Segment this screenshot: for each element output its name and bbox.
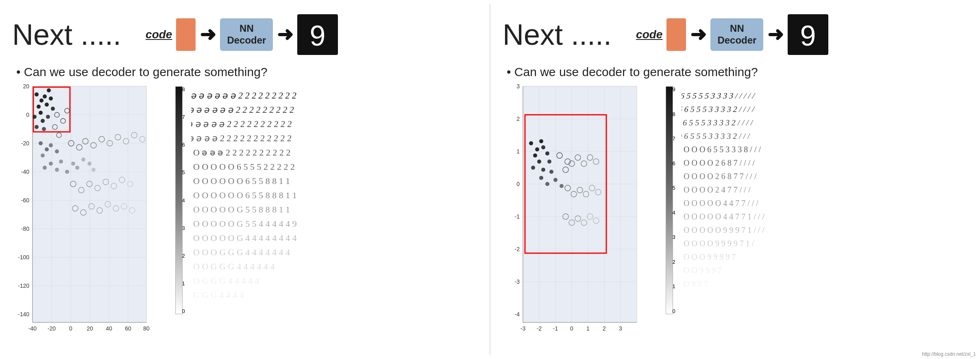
svg-text:6 5 5 5 5 3 3 3 3 / / / / /: 6 5 5 5 5 3 3 3 3 / / / / / <box>682 91 756 100</box>
left-grid-svg: ə ə ə ə ə ə 2 2 2 2 2 2 2 2 2 ə ə ə ə ə … <box>191 84 476 345</box>
svg-text:O O O O O G 4 4 4 4 4 4 4 4: O O O O O G 4 4 4 4 4 4 4 4 <box>193 233 297 243</box>
svg-text:9: 9 <box>800 20 816 52</box>
svg-point-19 <box>43 94 47 99</box>
svg-text:80: 80 <box>143 325 150 332</box>
watermark: http://blog.csdn.net/zxl_1 <box>922 351 976 357</box>
right-scatter-svg: 3 2 1 0 -1 -2 -3 -4 -3 -2 -1 0 1 2 3 <box>503 82 649 347</box>
svg-text:O O O O O G 5 5 4 4 4 4 4 9: O O O O O G 5 5 4 4 4 4 4 9 <box>193 219 297 229</box>
svg-point-39 <box>41 153 45 158</box>
svg-point-24 <box>51 107 55 111</box>
svg-text:-80: -80 <box>21 225 29 232</box>
svg-text:2: 2 <box>603 325 606 332</box>
left-scatter-svg: 20 0 -20 -40 -60 -80 -100 -120 -140 -40 … <box>12 82 159 347</box>
svg-point-18 <box>37 105 41 109</box>
right-code-label: code <box>636 28 662 41</box>
svg-text:O O O O 2 6 8 7 7 / / /: O O O O 2 6 8 7 7 / / / <box>684 172 757 181</box>
svg-text:-100: -100 <box>18 254 29 260</box>
svg-point-127 <box>539 139 543 143</box>
left-colorbar-labels: 876543210 <box>182 86 185 314</box>
svg-text:3: 3 <box>516 83 520 90</box>
svg-text:O 6 5 5 5 3 3 3 3 2 / / /: O 6 5 5 5 3 3 3 3 2 / / / <box>682 131 751 140</box>
svg-point-128 <box>533 153 537 158</box>
right-content: 3 2 1 0 -1 -2 -3 -4 -3 -2 -1 0 1 2 3 <box>503 82 968 355</box>
svg-text:O O O O O O 6 5 5 8 8 1 1: O O O O O O 6 5 5 8 8 1 1 <box>193 176 290 186</box>
left-title: Next ..... <box>12 18 121 51</box>
svg-text:0: 0 <box>69 325 72 332</box>
svg-text:20: 20 <box>87 325 93 332</box>
left-panel: Next ..... code ➜ NNDecoder ➜ 9 • Can we… <box>0 0 490 359</box>
svg-point-35 <box>39 141 43 145</box>
svg-point-22 <box>47 88 51 92</box>
svg-text:ə ə ə ə ə ə 2 2 2 2 2 2 2 2 2: ə ə ə ə ə ə 2 2 2 2 2 2 2 2 2 <box>191 105 295 115</box>
left-output-image: 9 <box>297 14 338 55</box>
right-colorbar: 9876543210 <box>661 82 677 355</box>
svg-text:O 9 9 7: O 9 9 7 <box>684 279 708 288</box>
svg-text:-60: -60 <box>21 197 29 204</box>
left-nn-decoder: NNDecoder <box>220 18 273 51</box>
svg-point-133 <box>541 168 545 172</box>
svg-point-47 <box>81 158 85 162</box>
svg-text:ə ə ə ə ə ə 2 2 2 2 2 2 2 2 2: ə ə ə ə ə ə 2 2 2 2 2 2 2 2 2 <box>191 90 298 101</box>
left-colorbar-gradient <box>175 86 183 314</box>
svg-text:1: 1 <box>586 325 590 332</box>
svg-text:0: 0 <box>26 112 29 118</box>
svg-text:20: 20 <box>23 83 29 90</box>
svg-text:O ə ə ə 2 2 2 2 2 2 2 2 2 2: O ə ə ə 2 2 2 2 2 2 2 2 2 2 <box>193 147 290 158</box>
right-header: Next ..... code ➜ NNDecoder ➜ 9 <box>503 8 968 61</box>
svg-text:O O O O O 6 5 5 5 2 2 2 2 2: O O O O O 6 5 5 5 2 2 2 2 2 <box>193 162 295 172</box>
right-grid-svg: 6 5 5 5 5 3 3 3 3 / / / / / 6 6 5 5 5 3 … <box>682 84 966 345</box>
svg-text:-20: -20 <box>21 140 29 147</box>
svg-text:-40: -40 <box>21 169 29 175</box>
svg-text:ə ə ə ə 2 2 2 2 2 2 2 2 2 2 2: ə ə ə ə 2 2 2 2 2 2 2 2 2 2 2 <box>191 133 292 143</box>
svg-point-48 <box>87 162 91 166</box>
svg-text:1: 1 <box>516 148 520 155</box>
svg-text:0: 0 <box>570 325 573 332</box>
svg-point-139 <box>560 184 564 188</box>
left-content: 20 0 -20 -40 -60 -80 -100 -120 -140 -40 … <box>12 82 477 355</box>
svg-text:60: 60 <box>125 325 131 332</box>
svg-point-26 <box>41 119 45 123</box>
left-header: Next ..... code ➜ NNDecoder ➜ 9 <box>12 8 477 61</box>
svg-point-17 <box>39 99 44 103</box>
left-code-box <box>176 18 196 51</box>
svg-text:O G G G 4 4 4 4 4: O G G G 4 4 4 4 4 <box>193 276 259 286</box>
right-bullet: • Can we use decoder to generate somethi… <box>503 65 968 79</box>
svg-point-40 <box>43 166 47 170</box>
svg-text:O O O 6 5 5 3 3 3 8 / / /: O O O 6 5 5 3 3 3 8 / / / <box>684 145 761 154</box>
left-bullet: • Can we use decoder to generate somethi… <box>12 65 477 79</box>
left-digit-svg: 9 <box>301 16 334 53</box>
svg-text:6 6 5 5 5 3 3 3 3 2 / / / /: 6 6 5 5 5 3 3 3 3 2 / / / / <box>682 118 754 127</box>
svg-text:O O O O O G 5 5 8 8 8 1 1: O O O O O G 5 5 8 8 8 1 1 <box>193 204 290 215</box>
svg-text:3: 3 <box>619 325 622 332</box>
svg-text:O O O O O 4 4 7 7 1 / / /: O O O O O 4 4 7 7 1 / / / <box>684 212 764 221</box>
svg-point-134 <box>547 160 551 164</box>
svg-point-42 <box>55 168 59 172</box>
svg-text:-140: -140 <box>18 311 29 317</box>
svg-point-45 <box>71 162 75 166</box>
right-code-box <box>666 18 686 51</box>
svg-point-37 <box>49 143 53 147</box>
svg-text:40: 40 <box>106 325 112 332</box>
svg-text:6 6 5 5 5 3 3 3 3 2 / / / /: 6 6 5 5 5 3 3 3 3 2 / / / / <box>682 105 756 114</box>
right-arrow2: ➜ <box>767 25 784 44</box>
right-panel: Next ..... code ➜ NNDecoder ➜ 9 • Can we… <box>490 0 980 359</box>
svg-point-126 <box>535 147 539 151</box>
svg-text:2: 2 <box>516 116 520 122</box>
svg-text:-1: -1 <box>515 213 520 220</box>
svg-text:-4: -4 <box>515 311 520 317</box>
right-nn-decoder: NNDecoder <box>710 18 763 51</box>
svg-point-135 <box>549 170 553 174</box>
left-colorbar: 876543210 <box>171 82 187 355</box>
svg-point-44 <box>65 170 69 174</box>
svg-text:G G G 4 4 4 4: G G G 4 4 4 4 <box>193 290 244 300</box>
left-digit-grid: ə ə ə ə ə ə 2 2 2 2 2 2 2 2 2 ə ə ə ə ə … <box>191 82 477 355</box>
svg-point-129 <box>541 145 545 149</box>
svg-point-137 <box>545 182 549 186</box>
svg-point-23 <box>49 96 53 101</box>
left-pipeline: code ➜ NNDecoder ➜ 9 <box>146 14 338 55</box>
svg-point-43 <box>59 160 63 164</box>
right-output-image: 9 <box>788 14 828 55</box>
svg-text:-2: -2 <box>537 325 542 332</box>
right-digit-grid: 6 5 5 5 5 3 3 3 3 / / / / / 6 6 5 5 5 3 … <box>682 82 968 355</box>
svg-point-136 <box>539 176 543 180</box>
